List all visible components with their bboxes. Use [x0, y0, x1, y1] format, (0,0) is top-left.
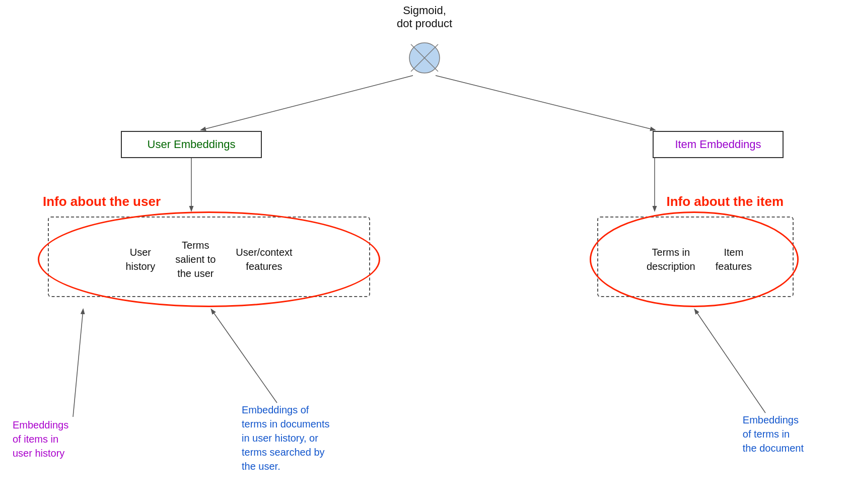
user-ellipse-content: Userhistory Termssalient tothe user User… [48, 222, 370, 297]
user-group-label: Info about the user [43, 194, 161, 209]
svg-line-0 [201, 76, 413, 130]
terms-description-text: Terms indescription [647, 245, 695, 273]
sigmoid-node [407, 40, 442, 76]
annotation-embeddings-terms-docs: Embeddings ofterms in documentsin user h… [242, 403, 330, 473]
user-history-text: Userhistory [125, 245, 155, 273]
user-context-features-text: User/contextfeatures [236, 245, 292, 273]
item-features-text: Itemfeatures [716, 245, 752, 273]
annotation-embeddings-terms-doc: Embeddingsof terms inthe document [743, 413, 804, 455]
item-embeddings-box: Item Embeddings [653, 131, 784, 158]
diagram: Sigmoid, dot product User Embeddings Ite… [0, 0, 849, 504]
user-embeddings-box: User Embeddings [121, 131, 262, 158]
terms-salient-text: Termssalient tothe user [175, 238, 216, 280]
svg-line-1 [436, 76, 655, 130]
item-ellipse-content: Terms indescription Itemfeatures [602, 222, 796, 297]
svg-line-4 [73, 310, 83, 417]
item-embeddings-label: Item Embeddings [675, 138, 761, 151]
svg-line-5 [211, 310, 277, 403]
sigmoid-label: Sigmoid, dot product [397, 4, 452, 30]
svg-line-6 [695, 310, 765, 413]
annotation-embeddings-items-history: Embeddingsof items inuser history [13, 418, 68, 460]
item-group-label: Info about the item [666, 194, 784, 209]
user-embeddings-label: User Embeddings [148, 138, 236, 151]
